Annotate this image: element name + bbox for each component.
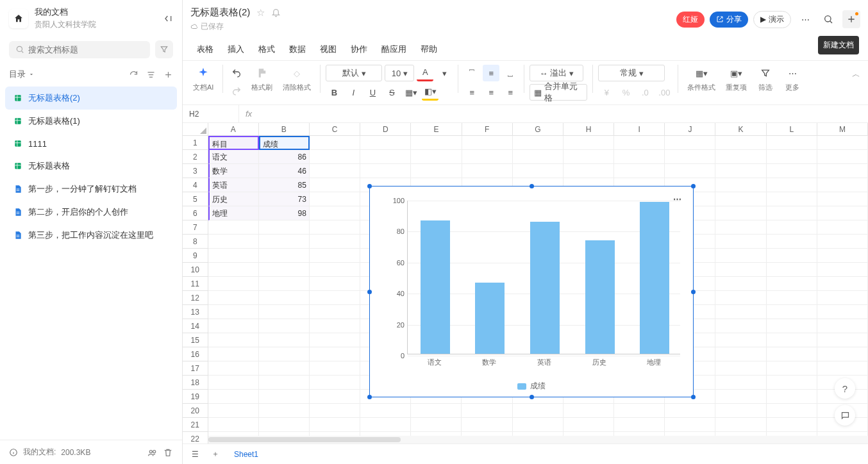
cell[interactable]	[817, 150, 868, 164]
cond-format[interactable]: ▦▾条件格式	[683, 65, 719, 92]
cell[interactable]	[208, 220, 259, 235]
menu-item[interactable]: 协作	[344, 38, 374, 60]
cell[interactable]	[767, 150, 817, 164]
cell[interactable]	[208, 361, 259, 376]
add-sheet-icon[interactable]: ＋	[208, 449, 222, 460]
cell[interactable]	[715, 305, 766, 319]
row-header[interactable]: 14	[183, 319, 208, 333]
align-bottom[interactable]: ⎵	[502, 65, 519, 81]
cell[interactable]	[208, 249, 259, 263]
col-header[interactable]: I	[614, 123, 665, 136]
format-painter[interactable]: 格式刷	[247, 65, 276, 92]
cell[interactable]: 98	[259, 206, 310, 220]
cell[interactable]	[310, 263, 360, 277]
cell[interactable]	[310, 150, 360, 164]
refresh-icon[interactable]	[129, 70, 138, 79]
cell[interactable]	[614, 404, 665, 418]
currency-icon[interactable]: ¥	[598, 84, 615, 101]
cell[interactable]	[462, 404, 512, 418]
wrap-select[interactable]: ↔ 溢出 ▾	[530, 65, 583, 81]
row-header[interactable]: 1	[183, 136, 208, 150]
cell[interactable]	[665, 150, 715, 164]
col-header[interactable]: F	[462, 123, 513, 136]
cell[interactable]	[767, 263, 817, 277]
col-header[interactable]: A	[208, 123, 259, 136]
cell[interactable]: 数学	[208, 164, 259, 178]
help-fab[interactable]: ?	[835, 378, 855, 399]
filter-icon[interactable]	[155, 40, 173, 58]
align-left[interactable]: ≡	[463, 84, 480, 101]
cell[interactable]	[208, 390, 259, 404]
row-header[interactable]: 8	[183, 235, 208, 249]
cell[interactable]	[767, 390, 817, 404]
cell[interactable]	[817, 361, 868, 376]
cell[interactable]	[310, 206, 360, 220]
cell[interactable]	[767, 361, 817, 376]
doc-item[interactable]: 第一步，一分钟了解钉钉文档	[5, 178, 177, 201]
cell[interactable]	[817, 319, 868, 333]
align-center[interactable]: ≡	[483, 84, 499, 101]
cell[interactable]	[208, 319, 259, 333]
cell[interactable]	[259, 305, 310, 319]
row-header[interactable]: 6	[183, 206, 208, 220]
cell[interactable]	[563, 136, 614, 150]
cell[interactable]	[715, 164, 766, 178]
cell[interactable]	[310, 418, 360, 432]
cell[interactable]	[817, 291, 868, 305]
cell[interactable]	[462, 164, 513, 178]
cell[interactable]: 46	[259, 164, 310, 178]
cell[interactable]	[259, 390, 310, 404]
cell[interactable]	[310, 178, 360, 192]
cell[interactable]	[715, 206, 766, 220]
cell[interactable]	[310, 277, 360, 291]
more-icon[interactable]: ⋯	[796, 10, 814, 28]
cell[interactable]	[208, 277, 259, 291]
cell[interactable]	[513, 150, 563, 164]
cell[interactable]	[817, 347, 868, 361]
cell[interactable]	[715, 390, 766, 404]
search-input[interactable]	[28, 45, 144, 54]
cell[interactable]	[817, 277, 868, 291]
row-header[interactable]: 18	[183, 376, 208, 390]
row-header[interactable]: 21	[183, 418, 208, 432]
number-format[interactable]: 常规 ▾	[598, 65, 665, 81]
cell[interactable]: 历史	[208, 192, 259, 206]
menu-item[interactable]: 视图	[313, 38, 343, 60]
feedback-fab[interactable]	[835, 405, 855, 426]
cell[interactable]	[817, 178, 868, 192]
fx-icon[interactable]: fx	[239, 109, 258, 119]
cell[interactable]	[208, 263, 259, 277]
cell[interactable]	[614, 164, 665, 178]
cell[interactable]	[715, 418, 766, 432]
cell[interactable]	[208, 305, 259, 319]
col-header[interactable]: L	[767, 123, 817, 136]
font-size-select[interactable]: 10 ▾	[385, 65, 414, 81]
cell[interactable]	[259, 376, 310, 390]
cell[interactable]	[767, 376, 817, 390]
cell[interactable]	[715, 333, 766, 347]
row-header[interactable]: 19	[183, 390, 208, 404]
cell[interactable]: 科目	[208, 136, 259, 150]
cell[interactable]	[259, 263, 310, 277]
catalog-label-wrap[interactable]: 目录	[9, 69, 129, 80]
cell[interactable]	[767, 347, 817, 361]
cell[interactable]	[767, 164, 817, 178]
undo-icon[interactable]	[228, 65, 245, 81]
cell[interactable]	[817, 220, 868, 235]
col-header[interactable]: B	[259, 123, 310, 136]
border-button[interactable]: ▦▾	[403, 84, 419, 101]
cell[interactable]	[665, 164, 715, 178]
search-top-icon[interactable]	[819, 10, 837, 28]
doc-item[interactable]: 无标题表格	[5, 154, 177, 178]
cell[interactable]	[614, 150, 665, 164]
cell[interactable]	[767, 333, 817, 347]
cell[interactable]	[208, 235, 259, 249]
cell[interactable]	[208, 404, 259, 418]
cell[interactable]	[715, 178, 766, 192]
toolbar-more[interactable]: ⋯更多	[780, 65, 805, 92]
cell[interactable]	[310, 347, 360, 361]
cell[interactable]	[715, 404, 766, 418]
menu-item[interactable]: 插入	[221, 38, 251, 60]
row-header[interactable]: 17	[183, 361, 208, 376]
cell[interactable]	[665, 136, 715, 150]
